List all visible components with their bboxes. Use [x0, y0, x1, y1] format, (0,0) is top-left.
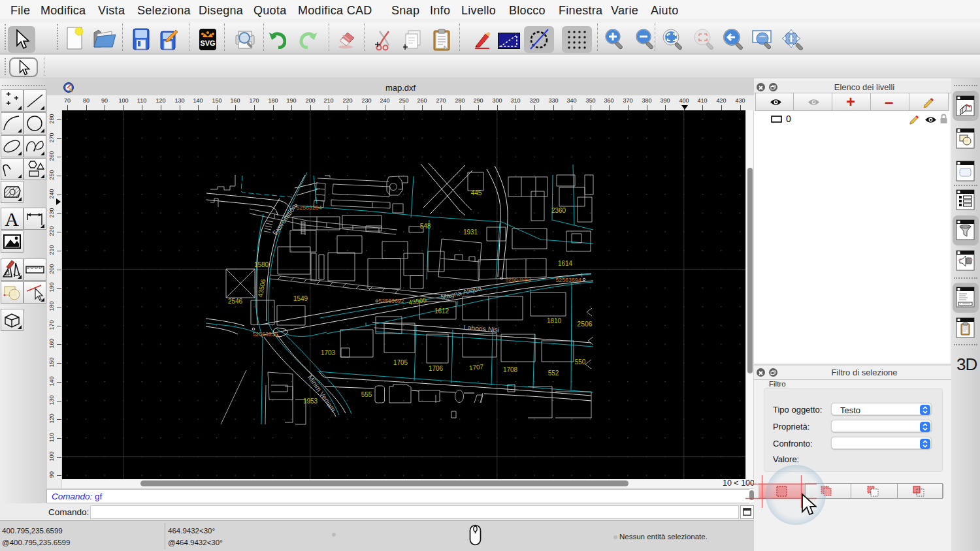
svg-text:552: 552: [548, 370, 559, 377]
svg-text:1707: 1707: [468, 363, 484, 371]
svg-text:1810: 1810: [547, 317, 562, 324]
svg-text:1612: 1612: [434, 307, 449, 315]
svg-text:2506: 2506: [577, 320, 593, 328]
svg-text:SVG: SVG: [200, 39, 215, 47]
svg-text:52563284: 52563284: [296, 204, 321, 211]
svg-text:1708: 1708: [503, 366, 518, 373]
svg-text:A: A: [5, 208, 19, 229]
svg-text:548: 548: [420, 223, 431, 230]
svg-text:52563693: 52563693: [505, 276, 531, 283]
svg-text:2360: 2360: [551, 207, 566, 214]
svg-text:1703: 1703: [321, 349, 336, 356]
svg-text:2546: 2546: [228, 298, 243, 305]
svg-text:1953: 1953: [303, 398, 318, 405]
svg-text:1580: 1580: [254, 261, 269, 268]
svg-text:52563236: 52563236: [252, 331, 278, 338]
svg-text:1549: 1549: [293, 295, 308, 302]
svg-text:1614: 1614: [558, 260, 573, 267]
svg-text:550: 550: [575, 358, 586, 366]
svg-text:1931: 1931: [463, 228, 478, 236]
svg-text:52563692: 52563692: [378, 298, 404, 304]
svg-text:1705: 1705: [393, 359, 408, 366]
svg-text:445: 445: [471, 189, 482, 197]
svg-text:52563694: 52563694: [555, 277, 581, 283]
svg-text:555: 555: [361, 391, 372, 398]
svg-text:1706: 1706: [429, 365, 444, 372]
